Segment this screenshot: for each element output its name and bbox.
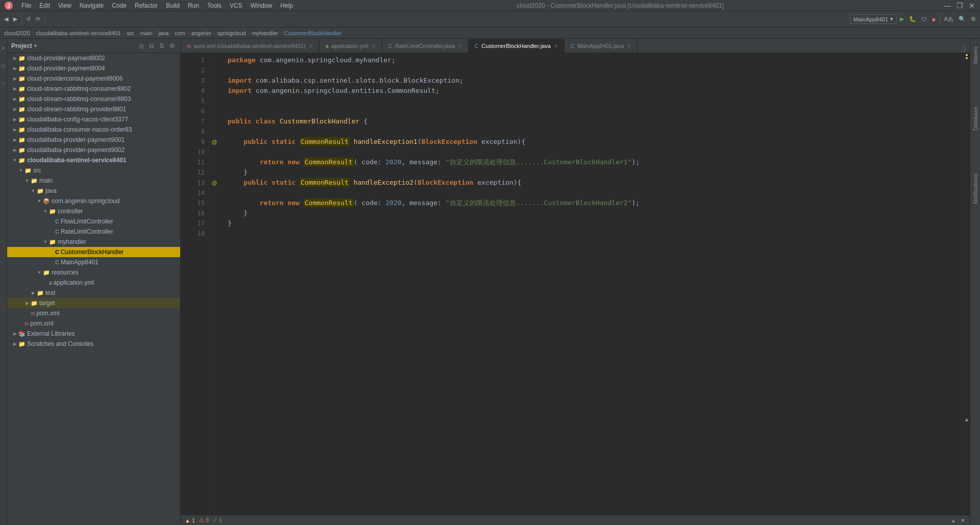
tree-item-scratches[interactable]: ▶📁Scratches and Consoles [7,339,180,349]
code-line-9: public static CommonResult handleExcepti… [228,137,963,147]
menu-view[interactable]: View [54,1,76,10]
code-line-18 [228,229,963,239]
toolbar-sync-button[interactable]: ⟳ [34,13,42,26]
window-title: cloud2020 - CustomerBlockHandler.java [c… [297,2,943,9]
menu-tools[interactable]: Tools [203,1,226,10]
code-line-11: return new CommonResult( code: 2020, mes… [228,157,963,167]
menu-help[interactable]: Help [276,1,297,10]
tree-item-payment8002[interactable]: ▶📁cloud-provider-payment8002 [7,53,180,63]
tree-item-pom-outer[interactable]: ▶mpom.xml [7,318,180,329]
tab-mainapp[interactable]: C MainApp8401.java ✕ [565,39,638,53]
tree-item-myhandler[interactable]: ▼📁myhandler [7,237,180,247]
translate-button[interactable]: Aあ [942,13,955,26]
run-button[interactable]: ▶ [898,13,906,26]
breadcrumb-module[interactable]: cloudalibaba-sentinel-service8401 [36,30,120,36]
window-controls: — ❐ ✕ [943,2,976,10]
code-content[interactable]: package com.angenin.springcloud.myhandle… [219,53,963,515]
code-line-1: package com.angenin.springcloud.myhandle… [228,55,963,65]
menu-refactor[interactable]: Refactor [131,1,162,10]
ratelimit-tab-close[interactable]: ✕ [458,43,462,49]
tree-item-mainapp8401[interactable]: ▶CMainApp8401 [7,257,180,267]
breadcrumb-src[interactable]: src [127,30,134,36]
run-coverage-button[interactable]: 🛡 [919,13,929,26]
run-config-label: MainApp8401 [853,16,888,22]
tree-item-ratelimit[interactable]: ▶CRateLimitController [7,227,180,237]
editor-area: m pom.xml (cloudalibaba-sentinel-service… [181,39,970,525]
sort-icon[interactable]: ⇅ [158,42,166,50]
tree-item-flowlimit[interactable]: ▶CFlowLimitController [7,216,180,227]
tree-item-payment8004[interactable]: ▶📁cloud-provider-payment8004 [7,63,180,73]
tabs-overflow-button[interactable]: ⋮ [962,45,970,53]
tree-item-pom-inner[interactable]: ▶mpom.xml [7,308,180,318]
toolbar-back-button[interactable]: ◀ [2,13,10,26]
breadcrumb-main[interactable]: main [140,30,153,36]
toolbar-forward-button[interactable]: ▶ [11,13,19,26]
tree-item-payment9002[interactable]: ▶📁cloudalibaba-provider-payment9002 [7,145,180,155]
minimize-button[interactable]: — [943,2,951,10]
caret-down[interactable]: ▼ [960,517,966,523]
tree-item-rabbitmq8803[interactable]: ▶📁cloud-stream-rabbitmq-consumer8803 [7,94,180,104]
tree-item-nacos3377[interactable]: ▶📁cloudalibaba-config-nacos-client3377 [7,114,180,124]
tree-item-rabbitmq8802[interactable]: ▶📁cloud-stream-rabbitmq-consumer8802 [7,84,180,94]
menu-build[interactable]: Build [162,1,184,10]
caret-up[interactable]: ▲ [950,517,956,523]
tab-pom[interactable]: m pom.xml (cloudalibaba-sentinel-service… [181,39,320,53]
tree-item-package[interactable]: ▼📦com.angenin.springcloud [7,196,180,206]
tree-item-providerconsul[interactable]: ▶📁cloud-providerconsul-payment8006 [7,73,180,84]
tree-item-ext-libs[interactable]: ▶📚External Libraries [7,329,180,339]
tree-item-controller[interactable]: ▼📁controller [7,206,180,216]
pom-tab-close[interactable]: ✕ [309,43,313,49]
settings-button[interactable]: ⚙ [969,13,978,26]
menu-vcs[interactable]: VCS [226,1,247,10]
tab-application[interactable]: a application.yml ✕ [320,39,382,53]
menu-window[interactable]: Window [247,1,277,10]
tree-item-src[interactable]: ▼📁src [7,165,180,176]
collapse-all-icon[interactable]: ⊟ [148,42,156,50]
tree-item-target[interactable]: ▶📁target [7,298,180,308]
breadcrumb-myhandler[interactable]: myhandler [252,30,278,36]
tree-item-application-yml[interactable]: ▶aapplication.yml [7,278,180,288]
tree-item-main[interactable]: ▼📁main [7,176,180,186]
tab-customerblock[interactable]: C CustomerBlockHandler.java ✕ [469,39,565,53]
run-config-dropdown[interactable]: MainApp8401 ▾ [850,14,897,24]
tree-item-resources[interactable]: ▼📁resources [7,267,180,278]
debug-button[interactable]: 🐛 [907,13,918,26]
mainapp-tab-close[interactable]: ✕ [627,43,631,49]
project-icon[interactable]: P [1,41,7,56]
tree-item-nacos83[interactable]: ▶📁cloudalibaba-consumer-nacos-order83 [7,124,180,135]
tree-item-customerblockhandler[interactable]: ▶CCustomerBlockHandler [7,247,180,257]
ratelimit-tab-label: RateLimitController.java [395,43,455,49]
menu-run[interactable]: Run [184,1,203,10]
customerblock-tab-close[interactable]: ✕ [554,43,558,49]
search-everywhere-button[interactable]: 🔍 [957,13,968,26]
menu-code[interactable]: Code [108,1,131,10]
tree-item-sentinel8401[interactable]: ▼📁cloudalibaba-sentinel-service8401 [7,155,180,165]
menu-file[interactable]: File [17,1,35,10]
notifications-tab[interactable]: Notifications [971,169,980,208]
menu-edit[interactable]: Edit [35,1,54,10]
breadcrumb-com[interactable]: com [175,30,185,36]
application-tab-close[interactable]: ✕ [372,43,376,49]
breadcrumb-class[interactable]: CustomerBlockHandler [284,30,341,36]
maven-tab[interactable]: Maven [971,43,980,68]
tab-ratelimit[interactable]: C RateLimitController.java ✕ [382,39,469,53]
breadcrumb-angenin[interactable]: angenin [191,30,211,36]
tree-item-rabbitmq8801[interactable]: ▶📁cloud-stream-rabbitmq-provider8801 [7,104,180,114]
locate-icon[interactable]: ◎ [137,42,145,50]
tree-item-java[interactable]: ▼📁java [7,186,180,196]
toolbar-refresh-button[interactable]: ↺ [24,13,33,26]
tree-item-payment9001[interactable]: ▶📁cloudalibaba-provider-payment9001 [7,135,180,145]
settings-icon[interactable]: ⚙ [168,42,176,50]
bookmark-icon[interactable]: ⊟ [1,58,7,73]
structure-icon[interactable]: ≡ [1,76,7,91]
breadcrumb-cloud2020[interactable]: cloud2020 [4,30,30,36]
maximize-button[interactable]: ❐ [955,2,964,10]
breadcrumb-java[interactable]: java [158,30,168,36]
database-tab[interactable]: Database [971,103,980,135]
menu-navigate[interactable]: Navigate [76,1,108,10]
close-button[interactable]: ✕ [968,2,976,10]
stop-button[interactable]: ■ [930,13,938,26]
tree-item-test[interactable]: ▶📁test [7,288,180,298]
project-dropdown-arrow[interactable]: ▾ [34,43,37,48]
breadcrumb-springcloud[interactable]: springcloud [217,30,246,36]
